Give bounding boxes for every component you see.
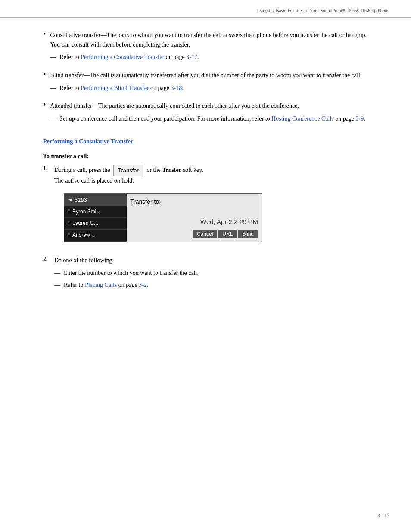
dash-2: — xyxy=(50,84,56,93)
procedure-heading: To transfer a call: xyxy=(43,153,377,160)
phone-left-panel: ◄ 3163 ⠿ Byron Smi... ⠿ Lauren G... xyxy=(64,194,127,242)
step-content-2: Do one of the following: — Enter the num… xyxy=(54,256,377,292)
bullet-consultative: • Consultative transfer—The party to who… xyxy=(43,31,377,65)
step-num-2: 2. xyxy=(43,256,53,263)
transfer-input-area xyxy=(130,208,258,217)
bullet-attended-text: Attended transfer—The parties are automa… xyxy=(50,103,299,109)
phone-contact-1: ⠿ Byron Smi... xyxy=(64,206,127,218)
link-blind-transfer[interactable]: Performing a Blind Transfer xyxy=(81,85,149,91)
phone-caller-id: ◄ 3163 xyxy=(64,194,127,206)
phone-screen: ◄ 3163 ⠿ Byron Smi... ⠿ Lauren G... xyxy=(64,193,262,242)
step-2-sub-1-text: Enter the number to which you want to tr… xyxy=(64,268,199,278)
phone-contact-2: ⠿ Lauren G... xyxy=(64,218,127,230)
softkey-blind[interactable]: Blind xyxy=(238,230,258,238)
sub-text-2: Refer to Performing a Blind Transfer on … xyxy=(59,84,183,93)
bullet-text-3: Attended transfer—The parties are automa… xyxy=(50,101,377,126)
dash-step2-1: — xyxy=(54,268,60,278)
sub-item-blind: — Refer to Performing a Blind Transfer o… xyxy=(50,84,377,93)
dash-3: — xyxy=(50,114,56,124)
sub-item-attended: — Set up a conference call and then end … xyxy=(50,114,377,124)
main-bullet-list: • Consultative transfer—The party to who… xyxy=(43,31,377,126)
page-number: 3 - 17 xyxy=(377,513,389,519)
page-header: Using the Basic Features of Your SoundPo… xyxy=(0,0,411,18)
dot-grid-3: ⠿ xyxy=(68,232,71,239)
phone-contact-3: ⠿ Andrew ... xyxy=(64,230,127,242)
step-1-subtext: The active call is placed on hold. xyxy=(54,177,134,184)
step-content-1: During a call, press the Transfer or the… xyxy=(54,165,377,250)
phone-screen-wrapper: ◄ 3163 ⠿ Byron Smi... ⠿ Lauren G... xyxy=(64,193,377,242)
phone-right-panel: Transfer to: Wed, Apr 2 2 29 PM Cancel U… xyxy=(127,194,262,242)
dot-grid-1: ⠿ xyxy=(68,208,71,215)
bullet-consultative-text: Consultative transfer—The party to whom … xyxy=(50,32,367,48)
sub-text-3: Set up a conference call and then end yo… xyxy=(59,114,365,124)
link-page-3-17[interactable]: 3-17 xyxy=(186,54,197,60)
step-2-sub-list: — Enter the number to which you want to … xyxy=(54,268,377,289)
bullet-blind-text: Blind transfer—The call is automatically… xyxy=(50,72,361,78)
bullet-dot-2: • xyxy=(43,70,46,79)
step-2-sub-1: — Enter the number to which you want to … xyxy=(54,268,377,278)
dash-1: — xyxy=(50,53,56,62)
sub-list-3: — Set up a conference call and then end … xyxy=(50,114,377,124)
bullet-text-2: Blind transfer—The call is automatically… xyxy=(50,71,377,95)
sub-item-consultative: — Refer to Performing a Consulative Tran… xyxy=(50,53,377,62)
bullet-dot-3: • xyxy=(43,100,46,109)
header-text: Using the Basic Features of Your SoundPo… xyxy=(256,8,389,13)
dot-grid-2: ⠿ xyxy=(68,220,71,227)
bullet-blind: • Blind transfer—The call is automatical… xyxy=(43,71,377,95)
step-2-sub-2-text: Refer to Placing Calls on page 3-2. xyxy=(64,280,148,290)
trnsfer-bold: Trnsfer xyxy=(162,167,181,173)
step-2: 2. Do one of the following: — Enter the … xyxy=(43,256,377,292)
step-list: 1. During a call, press the Transfer or … xyxy=(43,165,377,292)
step-1: 1. During a call, press the Transfer or … xyxy=(43,165,377,250)
section-heading: Performing a Consulative Transfer xyxy=(43,138,377,145)
transfer-to-label: Transfer to: xyxy=(130,197,258,207)
link-hosting-conference[interactable]: Hosting Conference Calls xyxy=(271,115,334,122)
step-2-text: Do one of the following: xyxy=(54,257,114,264)
page-content: • Consultative transfer—The party to who… xyxy=(0,18,411,324)
bullet-text-1: Consultative transfer—The party to whom … xyxy=(50,31,377,65)
link-page-3-18[interactable]: 3-18 xyxy=(171,85,182,91)
dash-step2-2: — xyxy=(54,280,60,290)
link-placing-calls[interactable]: Placing Calls xyxy=(85,282,117,288)
step-1-text: During a call, press the Transfer or the… xyxy=(54,167,203,173)
bullet-dot-1: • xyxy=(43,30,46,39)
softkey-cancel[interactable]: Cancel xyxy=(193,230,217,238)
transfer-button-key: Transfer xyxy=(113,165,143,176)
link-consulative-transfer[interactable]: Performing a Consulative Transfer xyxy=(81,54,164,60)
sub-list-2: — Refer to Performing a Blind Transfer o… xyxy=(50,84,377,93)
step-num-1: 1. xyxy=(43,165,53,172)
sub-text-1: Refer to Performing a Consulative Transf… xyxy=(59,53,199,62)
softkey-url[interactable]: URL xyxy=(218,230,237,238)
link-page-3-2[interactable]: 3-2 xyxy=(139,282,147,288)
step-2-sub-2: — Refer to Placing Calls on page 3-2. xyxy=(54,280,377,290)
phone-datetime: Wed, Apr 2 2 29 PM xyxy=(130,217,258,227)
link-page-3-9[interactable]: 3-9 xyxy=(356,115,364,122)
phone-softkeys: Cancel URL Blind xyxy=(130,230,258,238)
signal-icon: ◄ xyxy=(68,196,72,203)
sub-list-1: — Refer to Performing a Consulative Tran… xyxy=(50,53,377,62)
bullet-attended: • Attended transfer—The parties are auto… xyxy=(43,101,377,126)
